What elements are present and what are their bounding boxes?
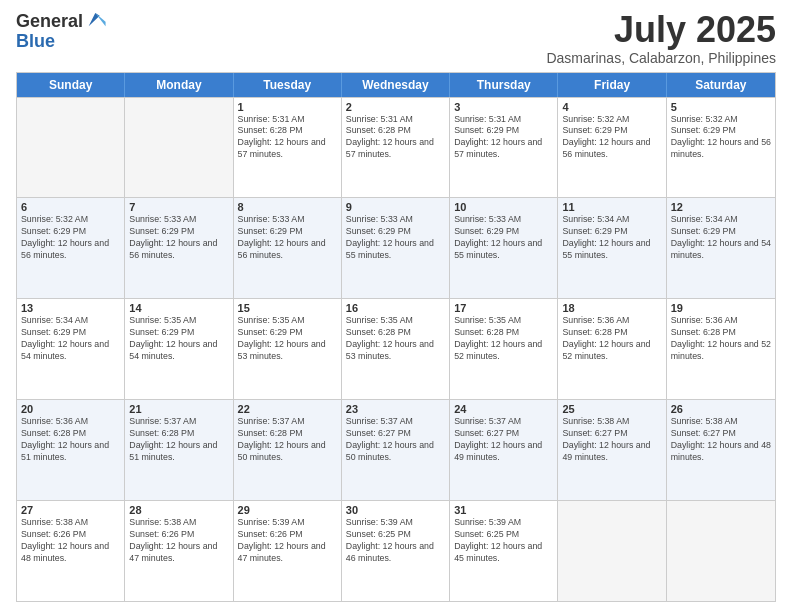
cal-cell: 19 Sunrise: 5:36 AMSunset: 6:28 PMDaylig… xyxy=(667,299,775,399)
cell-info: Sunrise: 5:31 AMSunset: 6:28 PMDaylight:… xyxy=(346,114,445,162)
cell-info: Sunrise: 5:31 AMSunset: 6:29 PMDaylight:… xyxy=(454,114,553,162)
header-friday: Friday xyxy=(558,73,666,97)
cal-cell xyxy=(667,501,775,601)
cal-cell xyxy=(17,98,125,198)
cal-cell: 8 Sunrise: 5:33 AMSunset: 6:29 PMDayligh… xyxy=(234,198,342,298)
cell-info: Sunrise: 5:35 AMSunset: 6:28 PMDaylight:… xyxy=(454,315,553,363)
calendar-week-5: 27 Sunrise: 5:38 AMSunset: 6:26 PMDaylig… xyxy=(17,500,775,601)
cell-info: Sunrise: 5:39 AMSunset: 6:26 PMDaylight:… xyxy=(238,517,337,565)
cal-cell: 24 Sunrise: 5:37 AMSunset: 6:27 PMDaylig… xyxy=(450,400,558,500)
calendar-week-3: 13 Sunrise: 5:34 AMSunset: 6:29 PMDaylig… xyxy=(17,298,775,399)
title-location: Dasmarinas, Calabarzon, Philippines xyxy=(546,50,776,66)
cell-info: Sunrise: 5:32 AMSunset: 6:29 PMDaylight:… xyxy=(562,114,661,162)
cal-cell: 21 Sunrise: 5:37 AMSunset: 6:28 PMDaylig… xyxy=(125,400,233,500)
cell-info: Sunrise: 5:38 AMSunset: 6:26 PMDaylight:… xyxy=(21,517,120,565)
cell-info: Sunrise: 5:37 AMSunset: 6:27 PMDaylight:… xyxy=(454,416,553,464)
cell-info: Sunrise: 5:34 AMSunset: 6:29 PMDaylight:… xyxy=(21,315,120,363)
cell-date: 6 xyxy=(21,201,120,213)
cal-cell: 12 Sunrise: 5:34 AMSunset: 6:29 PMDaylig… xyxy=(667,198,775,298)
cal-cell: 4 Sunrise: 5:32 AMSunset: 6:29 PMDayligh… xyxy=(558,98,666,198)
cal-cell: 28 Sunrise: 5:38 AMSunset: 6:26 PMDaylig… xyxy=(125,501,233,601)
page: General Blue July 2025 Dasmarinas, Calab… xyxy=(0,0,792,612)
cal-cell: 26 Sunrise: 5:38 AMSunset: 6:27 PMDaylig… xyxy=(667,400,775,500)
cal-cell: 29 Sunrise: 5:39 AMSunset: 6:26 PMDaylig… xyxy=(234,501,342,601)
logo-text: General Blue xyxy=(16,10,107,51)
cell-date: 15 xyxy=(238,302,337,314)
cell-info: Sunrise: 5:38 AMSunset: 6:26 PMDaylight:… xyxy=(129,517,228,565)
cell-info: Sunrise: 5:32 AMSunset: 6:29 PMDaylight:… xyxy=(21,214,120,262)
cell-info: Sunrise: 5:37 AMSunset: 6:27 PMDaylight:… xyxy=(346,416,445,464)
cell-date: 19 xyxy=(671,302,771,314)
cal-cell: 15 Sunrise: 5:35 AMSunset: 6:29 PMDaylig… xyxy=(234,299,342,399)
cell-info: Sunrise: 5:37 AMSunset: 6:28 PMDaylight:… xyxy=(238,416,337,464)
cell-info: Sunrise: 5:35 AMSunset: 6:29 PMDaylight:… xyxy=(129,315,228,363)
cell-date: 14 xyxy=(129,302,228,314)
cell-date: 12 xyxy=(671,201,771,213)
cell-date: 9 xyxy=(346,201,445,213)
cell-date: 8 xyxy=(238,201,337,213)
cal-cell: 7 Sunrise: 5:33 AMSunset: 6:29 PMDayligh… xyxy=(125,198,233,298)
cell-date: 26 xyxy=(671,403,771,415)
cell-date: 21 xyxy=(129,403,228,415)
cell-info: Sunrise: 5:32 AMSunset: 6:29 PMDaylight:… xyxy=(671,114,771,162)
cal-cell: 20 Sunrise: 5:36 AMSunset: 6:28 PMDaylig… xyxy=(17,400,125,500)
cell-date: 25 xyxy=(562,403,661,415)
calendar-week-4: 20 Sunrise: 5:36 AMSunset: 6:28 PMDaylig… xyxy=(17,399,775,500)
cell-info: Sunrise: 5:33 AMSunset: 6:29 PMDaylight:… xyxy=(454,214,553,262)
cell-info: Sunrise: 5:33 AMSunset: 6:29 PMDaylight:… xyxy=(346,214,445,262)
cal-cell: 6 Sunrise: 5:32 AMSunset: 6:29 PMDayligh… xyxy=(17,198,125,298)
cell-info: Sunrise: 5:36 AMSunset: 6:28 PMDaylight:… xyxy=(21,416,120,464)
calendar-body: 1 Sunrise: 5:31 AMSunset: 6:28 PMDayligh… xyxy=(17,97,775,601)
cell-date: 23 xyxy=(346,403,445,415)
cell-info: Sunrise: 5:31 AMSunset: 6:28 PMDaylight:… xyxy=(238,114,337,162)
logo-blue: Blue xyxy=(16,31,55,51)
header-wednesday: Wednesday xyxy=(342,73,450,97)
title-month: July 2025 xyxy=(546,10,776,50)
cell-info: Sunrise: 5:34 AMSunset: 6:29 PMDaylight:… xyxy=(671,214,771,262)
cell-date: 11 xyxy=(562,201,661,213)
title-block: July 2025 Dasmarinas, Calabarzon, Philip… xyxy=(546,10,776,66)
cell-info: Sunrise: 5:35 AMSunset: 6:29 PMDaylight:… xyxy=(238,315,337,363)
cal-cell: 9 Sunrise: 5:33 AMSunset: 6:29 PMDayligh… xyxy=(342,198,450,298)
cell-date: 17 xyxy=(454,302,553,314)
cell-info: Sunrise: 5:38 AMSunset: 6:27 PMDaylight:… xyxy=(671,416,771,464)
logo: General Blue xyxy=(16,10,107,51)
cell-info: Sunrise: 5:37 AMSunset: 6:28 PMDaylight:… xyxy=(129,416,228,464)
cal-cell xyxy=(125,98,233,198)
cell-date: 29 xyxy=(238,504,337,516)
calendar-header: Sunday Monday Tuesday Wednesday Thursday… xyxy=(17,73,775,97)
cal-cell: 18 Sunrise: 5:36 AMSunset: 6:28 PMDaylig… xyxy=(558,299,666,399)
cell-date: 22 xyxy=(238,403,337,415)
cell-info: Sunrise: 5:33 AMSunset: 6:29 PMDaylight:… xyxy=(238,214,337,262)
cal-cell: 5 Sunrise: 5:32 AMSunset: 6:29 PMDayligh… xyxy=(667,98,775,198)
header-monday: Monday xyxy=(125,73,233,97)
cal-cell: 3 Sunrise: 5:31 AMSunset: 6:29 PMDayligh… xyxy=(450,98,558,198)
cell-info: Sunrise: 5:36 AMSunset: 6:28 PMDaylight:… xyxy=(671,315,771,363)
cal-cell: 31 Sunrise: 5:39 AMSunset: 6:25 PMDaylig… xyxy=(450,501,558,601)
cell-date: 27 xyxy=(21,504,120,516)
cell-date: 13 xyxy=(21,302,120,314)
cal-cell: 25 Sunrise: 5:38 AMSunset: 6:27 PMDaylig… xyxy=(558,400,666,500)
cell-date: 5 xyxy=(671,101,771,113)
header-saturday: Saturday xyxy=(667,73,775,97)
cal-cell: 14 Sunrise: 5:35 AMSunset: 6:29 PMDaylig… xyxy=(125,299,233,399)
calendar-week-1: 1 Sunrise: 5:31 AMSunset: 6:28 PMDayligh… xyxy=(17,97,775,198)
cell-info: Sunrise: 5:34 AMSunset: 6:29 PMDaylight:… xyxy=(562,214,661,262)
cell-date: 10 xyxy=(454,201,553,213)
cal-cell: 27 Sunrise: 5:38 AMSunset: 6:26 PMDaylig… xyxy=(17,501,125,601)
cell-info: Sunrise: 5:39 AMSunset: 6:25 PMDaylight:… xyxy=(346,517,445,565)
cell-info: Sunrise: 5:39 AMSunset: 6:25 PMDaylight:… xyxy=(454,517,553,565)
cal-cell: 23 Sunrise: 5:37 AMSunset: 6:27 PMDaylig… xyxy=(342,400,450,500)
cal-cell: 17 Sunrise: 5:35 AMSunset: 6:28 PMDaylig… xyxy=(450,299,558,399)
logo-general: General xyxy=(16,12,83,30)
cell-date: 28 xyxy=(129,504,228,516)
cell-date: 20 xyxy=(21,403,120,415)
calendar: Sunday Monday Tuesday Wednesday Thursday… xyxy=(16,72,776,602)
cal-cell: 13 Sunrise: 5:34 AMSunset: 6:29 PMDaylig… xyxy=(17,299,125,399)
cell-info: Sunrise: 5:38 AMSunset: 6:27 PMDaylight:… xyxy=(562,416,661,464)
cal-cell xyxy=(558,501,666,601)
cell-date: 3 xyxy=(454,101,553,113)
cal-cell: 16 Sunrise: 5:35 AMSunset: 6:28 PMDaylig… xyxy=(342,299,450,399)
cell-info: Sunrise: 5:35 AMSunset: 6:28 PMDaylight:… xyxy=(346,315,445,363)
cell-date: 1 xyxy=(238,101,337,113)
